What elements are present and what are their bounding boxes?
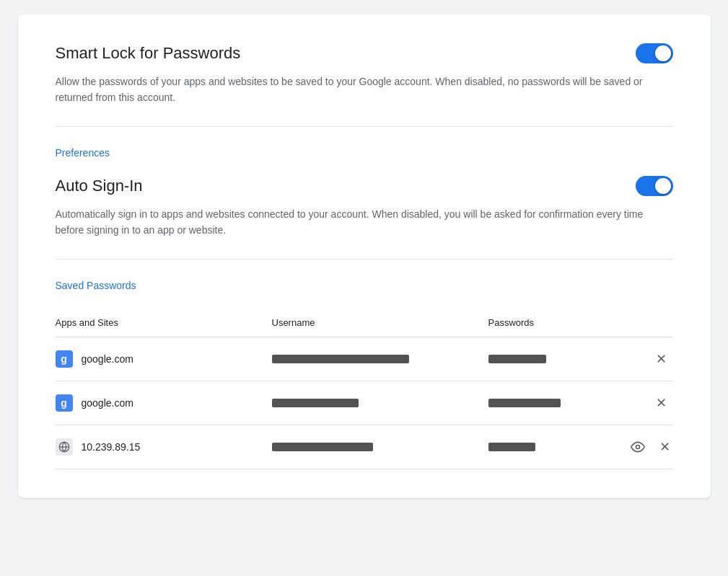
action-cell-1: ✕: [630, 347, 673, 371]
password-cell-1: [488, 355, 630, 363]
username-redacted-3: [272, 443, 373, 451]
col-header-actions: [630, 317, 673, 328]
google-icon-2: g: [56, 394, 73, 412]
auto-signin-toggle[interactable]: [636, 176, 673, 196]
passwords-table: Apps and Sites Username Passwords g goog…: [56, 309, 673, 469]
site-name-2: google.com: [82, 397, 133, 409]
site-cell-2: g google.com: [56, 394, 272, 412]
col-header-username: Username: [272, 317, 488, 328]
username-redacted-2: [272, 399, 359, 407]
site-name-3: 10.239.89.15: [82, 441, 141, 453]
saved-passwords-label: Saved Passwords: [56, 280, 673, 291]
google-icon-1: g: [56, 350, 73, 368]
delete-button-2[interactable]: ✕: [650, 391, 673, 415]
divider-1: [56, 126, 673, 127]
action-cell-2: ✕: [630, 391, 673, 415]
smart-lock-toggle[interactable]: [636, 43, 673, 63]
username-cell-1: [272, 355, 488, 363]
toggle-thumb-2: [655, 178, 671, 194]
username-redacted-1: [272, 355, 409, 363]
site-cell-3: 10.239.89.15: [56, 438, 272, 456]
smart-lock-section: Smart Lock for Passwords: [56, 43, 673, 63]
password-redacted-3: [488, 443, 535, 451]
toggle-thumb: [655, 45, 671, 61]
table-header: Apps and Sites Username Passwords: [56, 309, 673, 337]
username-cell-2: [272, 399, 488, 407]
table-row: g google.com ✕: [56, 337, 673, 381]
table-row: g google.com ✕: [56, 381, 673, 425]
site-cell-1: g google.com: [56, 350, 272, 368]
password-cell-2: [488, 399, 630, 407]
col-header-passwords: Passwords: [488, 317, 630, 328]
password-redacted-1: [488, 355, 546, 363]
col-header-sites: Apps and Sites: [56, 317, 272, 328]
table-row: 10.239.89.15 ✕: [56, 425, 673, 469]
username-cell-3: [272, 443, 488, 451]
password-cell-3: [488, 443, 630, 451]
svg-point-2: [636, 445, 639, 448]
password-redacted-2: [488, 399, 561, 407]
smart-lock-description: Allow the passwords of your apps and web…: [56, 74, 647, 106]
auto-signin-title: Auto Sign-In: [56, 177, 143, 195]
preferences-label: Preferences: [56, 147, 673, 159]
settings-card: Smart Lock for Passwords Allow the passw…: [18, 14, 711, 498]
show-password-button-3[interactable]: [630, 435, 646, 458]
auto-signin-section: Auto Sign-In: [56, 176, 673, 196]
divider-2: [56, 259, 673, 260]
smart-lock-title: Smart Lock for Passwords: [56, 44, 241, 63]
delete-button-3[interactable]: ✕: [657, 435, 673, 458]
action-cell-3: ✕: [630, 435, 673, 458]
site-name-1: google.com: [82, 353, 133, 365]
delete-button-1[interactable]: ✕: [650, 347, 673, 371]
globe-icon: [56, 438, 73, 456]
auto-signin-description: Automatically sign in to apps and websit…: [56, 206, 647, 239]
